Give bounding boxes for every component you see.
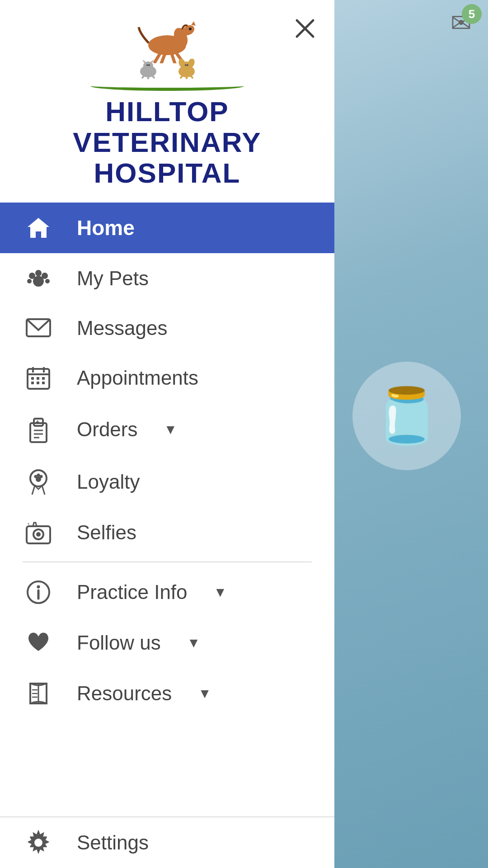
svg-marker-63	[27, 523, 29, 525]
orders-svg: +	[26, 416, 51, 443]
loyalty-svg	[26, 468, 51, 495]
nav-item-home[interactable]: Home	[0, 203, 334, 253]
logo-area: HILLTOP VETERINARY HOSPITAL	[0, 0, 334, 203]
appointments-label: Appointments	[77, 367, 198, 389]
calendar-icon	[23, 365, 54, 391]
svg-point-15	[146, 64, 148, 66]
svg-point-57	[40, 475, 43, 478]
svg-point-72	[34, 839, 42, 847]
practice-info-label: Practice Info	[77, 581, 188, 604]
svg-marker-5	[191, 21, 196, 26]
calendar-svg	[26, 365, 51, 391]
nav-item-loyalty[interactable]: Loyalty	[0, 456, 334, 508]
svg-point-34	[27, 279, 32, 283]
nav-item-my-pets[interactable]: My Pets	[0, 253, 334, 304]
svg-point-66	[37, 585, 40, 588]
selfies-label: Selfies	[77, 521, 136, 544]
svg-line-59	[42, 486, 45, 495]
practice-info-chevron: ▼	[214, 585, 227, 600]
close-button[interactable]	[289, 13, 321, 44]
paw-svg	[26, 266, 51, 291]
cat-icon	[136, 59, 160, 79]
svg-point-10	[189, 28, 192, 30]
book-svg	[26, 681, 51, 706]
close-icon	[293, 17, 317, 40]
svg-point-33	[42, 273, 48, 279]
svg-point-62	[36, 532, 41, 537]
home-svg	[26, 215, 51, 241]
svg-point-16	[148, 64, 150, 66]
svg-marker-29	[28, 218, 49, 238]
loyalty-label: Loyalty	[77, 471, 140, 493]
svg-point-25	[187, 64, 188, 66]
svg-point-56	[37, 473, 40, 476]
svg-point-35	[45, 279, 50, 283]
orders-chevron: ▼	[164, 422, 177, 437]
nav-item-settings[interactable]: Settings	[0, 816, 334, 868]
resources-chevron: ▼	[198, 686, 211, 701]
gear-svg	[26, 830, 51, 855]
messages-icon	[23, 316, 54, 340]
svg-rect-44	[31, 382, 34, 384]
dog-icon	[174, 59, 199, 79]
svg-text:+: +	[36, 418, 39, 425]
logo-arc	[90, 81, 244, 91]
loyalty-icon	[23, 468, 54, 495]
svg-point-12	[143, 61, 153, 70]
horse-icon	[129, 18, 206, 63]
home-icon	[23, 215, 54, 241]
nav-item-follow-us[interactable]: Follow us ▼	[0, 618, 334, 668]
nav-divider	[23, 561, 312, 562]
heart-svg	[26, 630, 51, 656]
svg-point-24	[185, 64, 187, 66]
orders-icon: +	[23, 416, 54, 443]
nav-spacer	[0, 719, 334, 816]
message-badge-area: ✉ 5	[334, 0, 488, 45]
svg-rect-46	[42, 382, 45, 384]
info-svg	[26, 580, 51, 605]
nav-item-practice-info[interactable]: Practice Info ▼	[0, 567, 334, 618]
svg-rect-42	[37, 377, 39, 380]
follow-us-chevron: ▼	[187, 635, 201, 651]
nav-item-selfies[interactable]: Selfies	[0, 508, 334, 557]
svg-point-55	[34, 475, 38, 478]
svg-rect-41	[31, 377, 34, 380]
resources-label: Resources	[77, 682, 172, 705]
practice-info-icon	[23, 580, 54, 605]
background-decoration: 🫙	[352, 362, 461, 470]
nav-item-orders[interactable]: + Orders ▼	[0, 403, 334, 456]
home-label: Home	[77, 216, 135, 240]
follow-us-icon	[23, 630, 54, 656]
svg-rect-45	[37, 382, 39, 384]
selfies-svg	[26, 521, 51, 544]
nav-item-messages[interactable]: Messages	[0, 304, 334, 353]
svg-point-31	[29, 273, 35, 279]
logo-text: HILLTOP VETERINARY HOSPITAL	[73, 96, 261, 189]
settings-label: Settings	[77, 831, 149, 854]
paw-icon	[23, 266, 54, 291]
svg-point-32	[35, 270, 42, 276]
settings-icon	[23, 830, 54, 855]
message-icon-wrapper[interactable]: ✉ 5	[443, 7, 479, 38]
navigation-drawer: HILLTOP VETERINARY HOSPITAL Home	[0, 0, 334, 868]
my-pets-label: My Pets	[77, 267, 149, 290]
nav-item-resources[interactable]: Resources ▼	[0, 668, 334, 719]
svg-line-58	[32, 486, 35, 495]
resources-icon	[23, 681, 54, 706]
nav-item-appointments[interactable]: Appointments	[0, 353, 334, 403]
follow-us-label: Follow us	[77, 632, 161, 654]
messages-label: Messages	[77, 317, 168, 340]
orders-label: Orders	[77, 418, 137, 441]
logo-container: HILLTOP VETERINARY HOSPITAL	[73, 18, 261, 189]
message-badge: 5	[462, 4, 482, 24]
messages-svg	[26, 316, 51, 340]
svg-rect-43	[42, 377, 45, 380]
selfies-icon	[23, 521, 54, 544]
